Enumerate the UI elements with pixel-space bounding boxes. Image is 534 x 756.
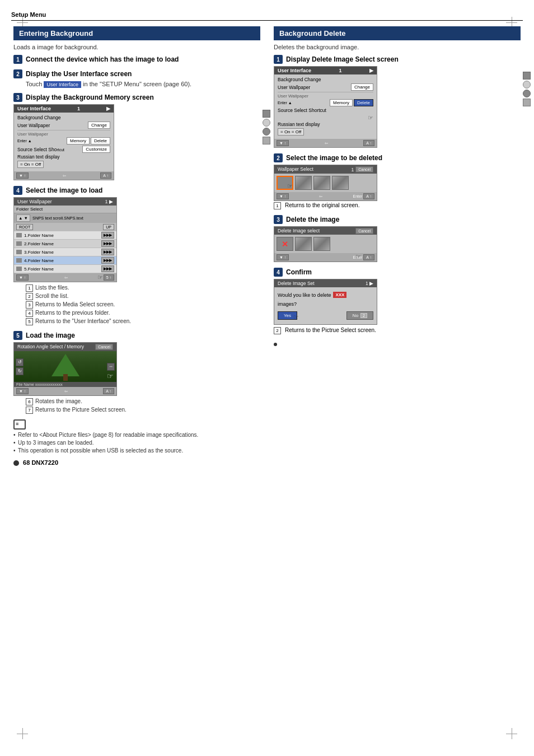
file-name-4: 4.Folder Name — [24, 258, 101, 263]
sub-text-4: Returns to the previous folder. — [35, 310, 110, 316]
side-icon-3 — [263, 128, 270, 136]
file-action-5[interactable]: ▶▶▶ — [101, 265, 114, 272]
wallpaper-thumb-3[interactable] — [332, 176, 349, 190]
file-nav-back[interactable]: ▼ ↑ — [16, 274, 29, 281]
wallpaper-thumb-2[interactable] — [313, 176, 330, 190]
rotate-cw-btn[interactable]: ↻ — [16, 367, 24, 375]
right-side-icon-3 — [523, 90, 531, 97]
confirm-cursor: ☞ — [293, 314, 299, 321]
file-icon-5 — [16, 267, 22, 271]
step-4-num: 4 — [13, 186, 22, 195]
up-btn[interactable]: UP — [103, 224, 114, 230]
wallpaper-nav-back[interactable]: ▼ ↑ — [277, 193, 289, 199]
rotate-right-btn[interactable]: ↔ — [107, 363, 115, 371]
nav-back-btn-step3[interactable]: ▼ ↑ — [16, 172, 29, 179]
file-row-4[interactable]: 4.Folder Name ▶▶▶ — [14, 256, 116, 265]
right-step-4-num: 4 — [274, 268, 283, 277]
rotation-right-control: ↔ — [107, 363, 115, 371]
right-step-2-num: 2 — [274, 153, 283, 162]
file-action-3[interactable]: ▶▶▶ — [101, 249, 114, 255]
right-memory-btn[interactable]: Memory — [330, 99, 353, 106]
delete-thumb-2[interactable] — [313, 237, 330, 251]
root-btn[interactable]: ROOT — [16, 224, 33, 230]
change-btn[interactable]: Change — [88, 122, 110, 129]
step-3: 3 Display the Background Memory screen U… — [13, 93, 260, 180]
cancel-btn[interactable]: Cancel — [95, 344, 113, 350]
nav-fwd-btn-step3[interactable]: A ↑ — [100, 172, 111, 179]
right-side-icon-4 — [523, 99, 531, 106]
confirm-body: Would you like to delete XXX images? Yes… — [274, 287, 377, 324]
path-bar: ▲ ▼ SNPS text scroll.SNPS.text — [14, 213, 116, 223]
no-btn[interactable]: No 2 — [346, 311, 373, 320]
right-nav-fwd[interactable]: A ↑ — [363, 140, 374, 146]
user-interface-button[interactable]: User Interface — [44, 81, 81, 88]
delete-cancel-btn[interactable]: Cancel — [355, 228, 373, 234]
sub-text-1: Lists the files. — [35, 284, 69, 291]
delete-nav-fwd[interactable]: A ↑ — [363, 254, 374, 260]
confirm-buttons-row: Yes ☞ No 2 — [278, 311, 373, 320]
left-section-title: Entering Background — [13, 26, 260, 40]
arrow-icon: ⇦ — [64, 276, 68, 280]
right-ui-nav-row: ▼ ↑ ⇦ A ↑ — [274, 139, 377, 147]
notes-icon-row: ≡ — [13, 419, 260, 430]
wallpaper-thumb-selected[interactable]: ☞ — [277, 176, 293, 190]
file-row-1[interactable]: 1.Folder Name ▶▶▶ — [14, 231, 116, 240]
delete-cursor: ☞ — [368, 114, 373, 121]
right-step-1-title: Display Delete Image Select screen — [286, 55, 399, 63]
right-step-1-num: 1 — [274, 55, 283, 64]
sub-text-5: Returns to the "User Interface" screen. — [35, 318, 131, 324]
wallpaper-note: 1 Returns to the original screen. — [274, 202, 521, 209]
delete-nav-back[interactable]: ▼ ↑ — [277, 254, 289, 260]
memory-btn[interactable]: Memory — [67, 137, 90, 144]
sub-item-7: 7 Returns to the Picture Select screen. — [26, 407, 260, 414]
sub-item-3: 3 Returns to Media Select screen. — [26, 301, 260, 309]
step-2-subtitle: Touch User Interface in the "SETUP Menu"… — [26, 81, 260, 87]
sub-item-6: 6 Rotates the image. — [26, 398, 260, 405]
file-action-2[interactable]: ▶▶▶ — [101, 240, 114, 247]
wallpaper-cancel-btn[interactable]: Cancel — [355, 166, 373, 172]
wallpaper-thumb-1[interactable] — [295, 176, 312, 190]
rotate-ccw-btn[interactable]: ↺ — [16, 358, 24, 366]
right-nav-arrow: ⇦ — [325, 141, 328, 146]
nav-arrows[interactable]: ▲ ▼ — [16, 214, 30, 222]
no-btn-num: 2 — [360, 313, 367, 318]
delete-thumb-1[interactable] — [295, 237, 312, 251]
file-name-5: 5.Folder Name — [24, 267, 101, 272]
wallpaper-nav-fwd[interactable]: A ↑ — [363, 193, 374, 199]
right-change-btn[interactable]: Change — [351, 83, 373, 91]
confirm-screen-title: Delete Image Set 1 ▶ — [274, 279, 377, 287]
sub-num-1: 1 — [26, 284, 33, 292]
ui-screen-step3: User Interface 1 ▶ Background Change Use… — [13, 104, 114, 180]
right-delete-btn[interactable]: Delete — [354, 99, 373, 106]
customize-btn[interactable]: Customize — [82, 146, 110, 153]
file-icon-4 — [16, 258, 22, 263]
delete-grid — [274, 235, 377, 253]
note-1: Refer to <About Picture files> (page 8) … — [13, 432, 260, 438]
wallpaper-select-screen: Wallpaper Select 1 Cancel ☞ — [274, 165, 377, 201]
file-toolbar: ROOT UP — [14, 223, 116, 231]
step-4: 4 Select the image to load User Wallpape… — [13, 186, 260, 325]
ui-screen-right-step1: User Interface 1 ▶ Background Change Use… — [274, 66, 377, 148]
confirm-message: Would you like to delete — [278, 292, 331, 298]
rotation-nav-back[interactable]: ▼ ↑ — [16, 388, 29, 394]
right-step-1: 1 Display Delete Image Select screen Use… — [274, 55, 521, 148]
delete-btn[interactable]: Delete — [91, 137, 110, 144]
sub-num-5: 5 — [26, 318, 33, 325]
file-nav-fwd[interactable]: 5 ↑ — [104, 274, 114, 281]
right-nav-back[interactable]: ▼ ↑ — [277, 140, 289, 146]
sub-num-7: 7 — [26, 407, 33, 414]
wallpaper-select-title: Wallpaper Select 1 Cancel — [274, 165, 377, 174]
file-row-3[interactable]: 3.Folder Name ▶▶▶ — [14, 248, 116, 256]
delete-cursor-icon: ☞ — [355, 253, 361, 260]
rotation-arrow: ⇦ — [64, 389, 68, 394]
rotation-nav-fwd[interactable]: A ↑ — [103, 388, 114, 394]
sub-num-6: 6 — [26, 398, 33, 405]
file-row-2[interactable]: 2.Folder Name ▶▶▶ — [14, 240, 116, 248]
file-action-1[interactable]: ▶▶▶ — [101, 232, 114, 239]
file-action-4[interactable]: ▶▶▶ — [101, 257, 114, 264]
file-row-5[interactable]: 5.Folder Name ▶▶▶ — [14, 265, 116, 273]
delete-thumb-x[interactable] — [277, 237, 293, 251]
file-nav-row: ▼ ↑ ☞ ⇦ 5 ↑ — [14, 273, 116, 282]
right-step-4: 4 Confirm Delete Image Set 1 ▶ Would you… — [274, 268, 521, 348]
confirm-screen: Delete Image Set 1 ▶ Would you like to d… — [274, 279, 377, 325]
